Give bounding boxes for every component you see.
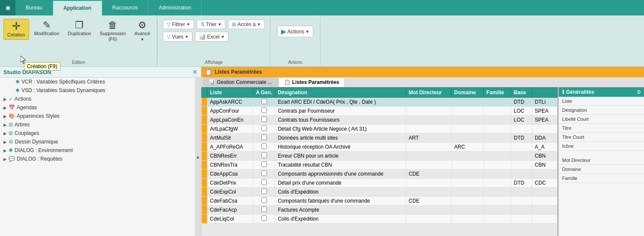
row-flag (202, 116, 207, 125)
table-row[interactable]: CdeAppCsa Composants approvisionnés d'un… (202, 170, 557, 179)
row-mot (406, 179, 451, 188)
col-designation[interactable]: Désignation (275, 88, 406, 98)
col-domaine[interactable]: Domaine (452, 88, 484, 98)
table-row[interactable]: A_APFoReOA Historique réception OA Archi… (202, 143, 557, 152)
row-base (511, 152, 532, 161)
trier-button[interactable]: ⇅ Trier ▼ (197, 20, 225, 29)
row-designation: Composants approvisionnés d'une commande (275, 170, 406, 179)
table-row[interactable]: AppAskARCC Ecart ARC EDI / CdeOA( Prix ,… (202, 98, 557, 107)
right-panel-header: ℹ Généralités D (559, 87, 644, 97)
right-panel-item-titre-court[interactable]: Titre Court (559, 133, 644, 142)
chevron-right-icon-7: ▶ (3, 148, 7, 153)
sidebar-close-button[interactable]: ✕ (192, 69, 198, 75)
col-agen[interactable]: A Gen. (253, 88, 275, 98)
table-row[interactable]: CdeLiqCol Colis d'Expédition (202, 215, 557, 224)
row-famille (484, 116, 511, 125)
table-row[interactable]: CdeFacAcp Factures Acompte (202, 206, 557, 215)
row-flag (202, 215, 207, 224)
creation-button[interactable]: ✛ Création (3, 19, 29, 40)
table-row[interactable]: CBNResTra Tracabilité résultat CBN CBN (202, 161, 557, 170)
ribbon-edition-group: ✛ Création ✎ Modification ❐ Duplication … (0, 15, 157, 66)
col-extra[interactable] (532, 88, 557, 98)
modification-button[interactable]: ✎ Modification (31, 19, 63, 38)
right-panel-item-désignation[interactable]: Désignation (559, 106, 644, 115)
sidebar-item-dialog-req[interactable]: ▶ 💬 DIALOG : Requêtes (0, 155, 195, 163)
sidebar-item-arbres[interactable]: ▶ ⊞ Arbres (0, 120, 195, 129)
calendar-icon: 📅 (9, 105, 15, 111)
table-row[interactable]: ArtLpaCfgW Détail Cfg Web Article Negoce… (202, 125, 557, 134)
acces-a-button[interactable]: ⊞ Accès à ▼ (228, 20, 265, 29)
row-famille (484, 98, 511, 107)
right-panel-item-libellé-court[interactable]: Libellé Court (559, 115, 644, 124)
right-panel-title: Généralités (566, 89, 594, 95)
sidebar-item-apparences[interactable]: ▶ 🎨 Apparences Styles (0, 112, 195, 120)
table-row[interactable]: AppLpaConEn Contrats tous Fournisseurs L… (202, 116, 557, 125)
data-table: Liste A Gen. Désignation Mot Directeur D… (201, 87, 557, 224)
table-row[interactable]: CdeDetPrix Détail prix d'une commande DT… (202, 179, 557, 188)
table-row[interactable]: CBNResErr Erreur CBN pour un article CBN (202, 152, 557, 161)
col-famille[interactable]: Famille (484, 88, 511, 98)
excel-button[interactable]: 📊 Excel ▼ (195, 32, 228, 42)
data-table-container[interactable]: Liste A Gen. Désignation Mot Directeur D… (201, 87, 558, 236)
row-base (511, 125, 532, 134)
row-famille (484, 206, 511, 215)
col-base[interactable]: Base (511, 88, 532, 98)
right-panel-item-titre[interactable]: Titre (559, 124, 644, 133)
tab-bureau[interactable]: Bureau (15, 0, 53, 15)
row-famille (484, 107, 511, 116)
right-panel-more-icon: D (638, 90, 641, 95)
row-extra: SPEA (532, 107, 557, 116)
col-mot[interactable]: Mot Directeur (406, 88, 451, 98)
sidebar-item-actions[interactable]: ▶ ✓ Actions (0, 95, 195, 103)
sidebar-item-dialog-env[interactable]: ▶ ✱ DIALOG : Environnement (0, 146, 195, 155)
right-panel-item-mot-directeur[interactable]: Mot Directeur (559, 156, 644, 165)
actions-button[interactable]: ▶ Actions ▼ (277, 26, 313, 37)
filtrer-button[interactable]: ▽ Filtrer ▼ (163, 20, 194, 29)
row-famille (484, 125, 511, 134)
chevron-right-icon-4: ▶ (3, 122, 7, 127)
sidebar-item-dessin[interactable]: ▶ ⚙ Dessin Dynamique (0, 137, 195, 146)
dialog-env-icon: ✱ (9, 147, 13, 153)
col-liste[interactable]: Liste (207, 88, 253, 98)
sidebar-item-couplages[interactable]: ▶ ⊞ Couplages (0, 129, 195, 137)
row-famille (484, 170, 511, 179)
right-panel-item-icône[interactable]: Icône (559, 142, 644, 151)
tab-gestion-commerciale[interactable]: 📊 Gestion Commerciale ... (203, 77, 278, 87)
palette-icon: 🎨 (9, 113, 15, 119)
row-mot (406, 116, 451, 125)
sidebar-scroll[interactable]: ▲ (195, 78, 201, 236)
duplication-button[interactable]: ❐ Duplication (64, 19, 94, 38)
right-panel-item-domaine[interactable]: Domaine (559, 165, 644, 174)
vues-button[interactable]: ▽ Vues ▼ (163, 32, 192, 42)
sidebar-item-agendas[interactable]: ▶ 📅 Agendas (0, 103, 195, 112)
sidebar-content: ✱ VCR : Variables Spécifiques Critères ✱… (0, 78, 195, 236)
drawing-icon: ⚙ (9, 139, 13, 145)
row-flag (202, 143, 207, 152)
row-extra: A_A (532, 143, 557, 152)
row-domaine (452, 152, 484, 161)
table-row[interactable]: ArtMulSit Données article multi sites AR… (202, 134, 557, 143)
row-flag (202, 179, 207, 188)
table-row[interactable]: CdeExpCol Colis d'Expédition (202, 188, 557, 197)
row-liste: AppAskARCC (207, 98, 253, 107)
tab-listes-parametrees[interactable]: 📋 Listes Paramétrées (279, 77, 345, 87)
tab-application[interactable]: Application (53, 0, 102, 15)
row-famille (484, 179, 511, 188)
row-liste: CdeExpCol (207, 188, 253, 197)
row-extra: CDC (532, 179, 557, 188)
avance-button[interactable]: ⚙ Avancé ▼ (131, 19, 154, 43)
table-row[interactable]: AppConFour Contrats par Fournisseur LOC … (202, 107, 557, 116)
tab-administration[interactable]: Administration (148, 0, 202, 15)
sidebar-item-vcr[interactable]: ✱ VCR : Variables Spécifiques Critères (0, 78, 195, 86)
row-flag (202, 152, 207, 161)
row-agen (253, 107, 275, 116)
right-panel-item-famille[interactable]: Famille (559, 174, 644, 183)
table-row[interactable]: CdeFabCsa Composants fabriqués d'une com… (202, 197, 557, 206)
right-panel-item-liste[interactable]: Liste (559, 97, 644, 106)
row-agen (253, 161, 275, 170)
suppression-button[interactable]: 🗑 Suppression(F6) (96, 19, 129, 44)
avance-dropdown-icon: ▼ (141, 37, 144, 42)
row-mot (406, 161, 451, 170)
sidebar-item-vsd[interactable]: ✱ VSD : Variables Saisies Dynamiques (0, 86, 195, 95)
tab-raccourcis[interactable]: Raccourcis (102, 0, 148, 15)
